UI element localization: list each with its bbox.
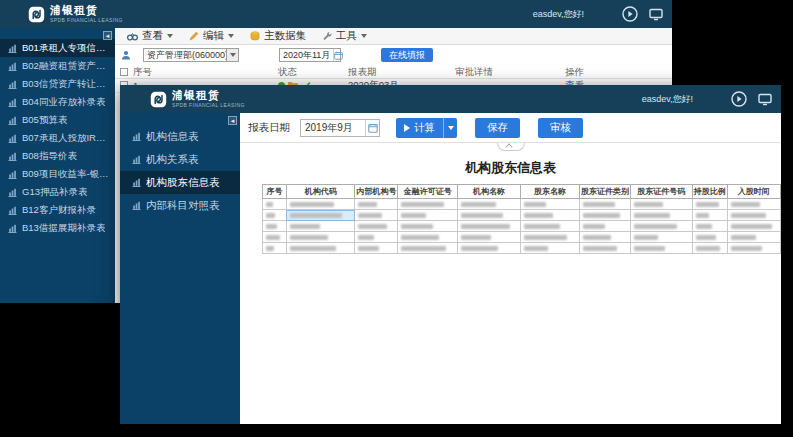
report-cell[interactable] (727, 199, 780, 210)
monitor-icon[interactable] (756, 91, 773, 108)
back-sidebar-item[interactable]: B08指导价表 (0, 147, 115, 165)
report-cell[interactable] (458, 210, 521, 221)
menu-item-label: 编辑 (203, 29, 224, 43)
sidebar-collapse-icon[interactable]: ◄ (228, 116, 237, 125)
report-cell[interactable] (692, 243, 727, 254)
online-fill-button[interactable]: 在线填报 (381, 48, 433, 62)
app-logo: 浦银租赁 SPDB FINANCIAL LEASING (150, 90, 245, 108)
play-icon[interactable] (730, 91, 747, 108)
save-button[interactable]: 保存 (475, 118, 520, 138)
report-cell[interactable] (458, 221, 521, 232)
sidebar-collapse-icon[interactable]: ◄ (103, 31, 112, 40)
calendar-icon[interactable] (365, 120, 379, 136)
report-cell[interactable] (286, 210, 355, 221)
report-cell[interactable] (521, 232, 580, 243)
redacted-text (696, 213, 709, 218)
chevron-down-icon (228, 34, 234, 38)
audit-button[interactable]: 审核 (538, 118, 583, 138)
redacted-text (696, 246, 720, 251)
front-sidebar-item[interactable]: 机构信息表 (120, 125, 240, 148)
report-cell[interactable] (355, 199, 398, 210)
report-cell[interactable] (692, 232, 727, 243)
report-cell[interactable] (580, 210, 631, 221)
report-cell[interactable] (263, 232, 287, 243)
select-all-checkbox[interactable] (120, 68, 128, 76)
report-cell[interactable] (355, 243, 398, 254)
report-cell[interactable] (263, 221, 287, 232)
menu-item[interactable]: 工具 (322, 29, 367, 43)
back-sidebar-item[interactable]: B02融资租赁资产核销补录表 (0, 57, 115, 75)
report-cell[interactable] (631, 210, 693, 221)
report-cell[interactable] (286, 232, 355, 243)
menu-item[interactable]: 主数据集 (250, 29, 306, 43)
report-cell[interactable] (580, 232, 631, 243)
report-cell[interactable] (521, 243, 580, 254)
report-cell[interactable] (286, 199, 355, 210)
dataset-icon (250, 31, 260, 41)
report-cell[interactable] (521, 221, 580, 232)
period-input[interactable]: 2020年11月 (279, 48, 341, 62)
back-sidebar-item[interactable]: B04同业存放补录表 (0, 93, 115, 111)
front-sidebar-item[interactable]: 内部科目对照表 (120, 194, 240, 217)
report-date-label: 报表日期 (248, 121, 290, 135)
back-sidebar-item[interactable]: B07承租人投放IRR维护表 (0, 129, 115, 147)
play-icon[interactable] (621, 6, 638, 23)
chevron-down-icon[interactable] (443, 118, 457, 138)
chart-icon (8, 44, 17, 53)
report-cell[interactable] (580, 199, 631, 210)
report-cell[interactable] (521, 210, 580, 221)
calc-button[interactable]: 计算 (396, 118, 457, 138)
report-cell[interactable] (692, 210, 727, 221)
report-cell[interactable] (631, 221, 693, 232)
report-cell[interactable] (286, 221, 355, 232)
report-cell[interactable] (263, 199, 287, 210)
report-cell[interactable] (458, 199, 521, 210)
report-cell[interactable] (458, 243, 521, 254)
report-cell[interactable] (580, 243, 631, 254)
sidebar-item-label: B12客户财报补录 (22, 204, 96, 217)
report-cell[interactable] (631, 199, 693, 210)
panel-collapse-tab[interactable] (497, 143, 525, 151)
back-sidebar-item[interactable]: G13押品补录表 (0, 183, 115, 201)
report-cell[interactable] (263, 243, 287, 254)
report-cell[interactable] (398, 232, 458, 243)
report-date-input[interactable]: 2019年9月 (300, 119, 380, 137)
back-sidebar-item[interactable]: B03信贷资产转让补录表 (0, 75, 115, 93)
report-cell[interactable] (631, 232, 693, 243)
org-select[interactable]: 资产管理部(060000) (143, 48, 239, 62)
menu-item[interactable]: 编辑 (189, 29, 234, 43)
back-sidebar-item[interactable]: B12客户财报补录 (0, 201, 115, 219)
report-cell[interactable] (398, 199, 458, 210)
report-cell[interactable] (398, 221, 458, 232)
back-sidebar-item[interactable]: B05预算表 (0, 111, 115, 129)
redacted-text (266, 224, 277, 229)
back-sidebar-item[interactable]: B13借据展期补录表 (0, 219, 115, 237)
front-sidebar-item[interactable]: 机构股东信息表 (120, 171, 240, 194)
report-cell[interactable] (263, 210, 287, 221)
menu-item[interactable]: 查看 (127, 29, 173, 43)
report-cell[interactable] (355, 221, 398, 232)
report-cell[interactable] (580, 221, 631, 232)
report-cell[interactable] (398, 210, 458, 221)
report-cell[interactable] (355, 232, 398, 243)
report-cell[interactable] (458, 232, 521, 243)
report-cell[interactable] (727, 221, 780, 232)
report-cell[interactable] (692, 199, 727, 210)
report-cell[interactable] (355, 210, 398, 221)
chevron-down-icon[interactable] (226, 49, 238, 61)
back-sidebar-item[interactable]: B01承租人专项信息补录表 (0, 39, 115, 57)
report-cell[interactable] (727, 210, 780, 221)
report-cell[interactable] (631, 243, 693, 254)
front-sidebar-item[interactable]: 机构关系表 (120, 148, 240, 171)
report-cell[interactable] (521, 199, 580, 210)
sidebar-item-label: 机构股东信息表 (146, 176, 220, 190)
back-sidebar-item[interactable]: B09项目收益率-银票加成 (0, 165, 115, 183)
monitor-icon[interactable] (647, 6, 664, 23)
report-cell[interactable] (286, 243, 355, 254)
redacted-text (401, 235, 439, 240)
report-cell[interactable] (727, 232, 780, 243)
report-cell[interactable] (398, 243, 458, 254)
report-cell[interactable] (727, 243, 780, 254)
report-cell[interactable] (692, 221, 727, 232)
calendar-icon[interactable] (333, 49, 343, 61)
